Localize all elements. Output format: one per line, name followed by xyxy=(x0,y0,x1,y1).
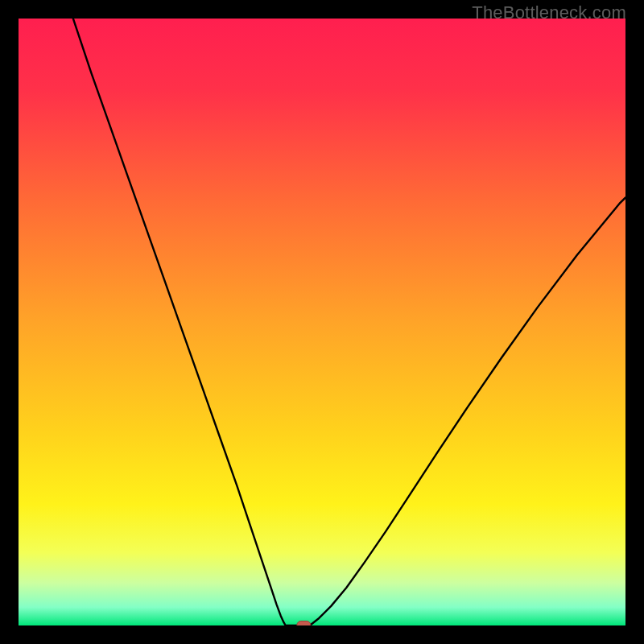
chart-svg xyxy=(19,19,625,625)
watermark-text: TheBottleneck.com xyxy=(472,2,626,23)
outer-frame: TheBottleneck.com xyxy=(0,0,644,644)
plot-area xyxy=(19,19,625,625)
optimal-point-marker xyxy=(297,621,311,626)
gradient-background xyxy=(19,19,625,625)
